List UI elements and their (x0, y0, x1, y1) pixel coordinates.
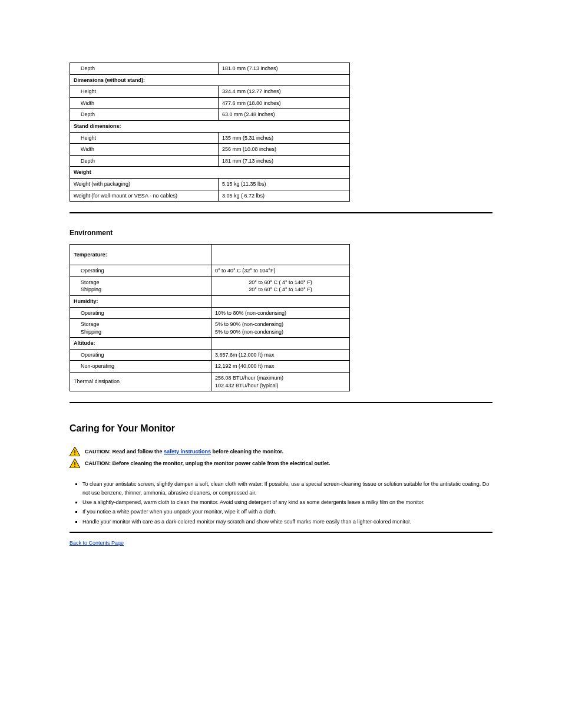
row-header: Weight (70, 167, 350, 179)
caution-icon: ! (70, 447, 80, 456)
cell-label: Depth (70, 155, 219, 167)
cell-value: 63.0 mm (2.48 inches) (219, 109, 350, 121)
table-row: Operating0° to 40° C (32° to 104°F) (70, 265, 350, 277)
cell-value: 477.6 mm (18.80 inches) (219, 97, 350, 109)
cell-value: 5.15 kg (11.35 lbs) (219, 178, 350, 190)
table-row: Temperature: (70, 245, 350, 265)
cell-label: Humidity: (70, 295, 211, 307)
safety-instructions-link[interactable]: safety instructions (164, 449, 211, 454)
cell-value (211, 338, 350, 350)
cell-label: Depth (70, 109, 219, 121)
table-row: Storage Shipping5% to 90% (non-condensin… (70, 319, 350, 338)
cell-value: 12,192 m (40,000 ft) max (211, 361, 350, 373)
section-heading-environment: Environment (70, 229, 492, 237)
text: before cleaning the monitor. (211, 449, 283, 454)
cell-value: 10% to 80% (non-condensing) (211, 307, 350, 319)
cell-value: 324.4 mm (12.77 inches) (219, 86, 350, 98)
cell-value: 135 mm (5.31 inches) (219, 132, 350, 144)
cell-value: 181.0 mm (7.13 inches) (219, 63, 350, 75)
cell-value: 256 mm (10.08 inches) (219, 144, 350, 156)
cell-label: Width (70, 144, 219, 156)
table-row: Depth181 mm (7.13 inches) (70, 155, 350, 167)
cell-value (211, 295, 350, 307)
list-item: Use a slightly-dampened, warm cloth to c… (70, 498, 492, 506)
care-instructions-list: To clean your antistatic screen, slightl… (70, 480, 492, 526)
cell-label: Depth (70, 63, 219, 75)
cell-value (211, 245, 350, 265)
cell-label: Temperature: (70, 245, 211, 265)
table-row: Operating3,657.6m (12,000 ft) max (70, 349, 350, 361)
divider (70, 402, 492, 403)
caution-icon: ! (70, 459, 80, 468)
table-row: Weight (for wall-mount or VESA - no cabl… (70, 190, 350, 202)
divider (70, 212, 492, 213)
cell-label: Operating (70, 265, 211, 277)
caution-text: CAUTION: Before cleaning the monitor, un… (85, 459, 492, 466)
caution-row: ! CAUTION: Before cleaning the monitor, … (70, 459, 492, 468)
cell-label: Thermal dissipation (70, 373, 211, 391)
table-row: Weight (with packaging)5.15 kg (11.35 lb… (70, 178, 350, 190)
cell-label: Operating (70, 349, 211, 361)
cell-value: 5% to 90% (non-condensing) 5% to 90% (no… (211, 319, 350, 338)
cell-label: Weight (for wall-mount or VESA - no cabl… (70, 190, 219, 202)
table-row: Height324.4 mm (12.77 inches) (70, 86, 350, 98)
cell-label: Altitude: (70, 338, 211, 350)
table-row: Non-operating12,192 m (40,000 ft) max (70, 361, 350, 373)
cell-value: 181 mm (7.13 inches) (219, 155, 350, 167)
list-item: To clean your antistatic screen, slightl… (70, 480, 492, 497)
text: CAUTION: Read and follow the (85, 449, 164, 454)
row-header: Dimensions (without stand): (70, 74, 350, 86)
cell-value: 20° to 60° C ( 4° to 140° F) 20° to 60° … (211, 276, 350, 295)
physical-dimensions-table: Depth181.0 mm (7.13 inches) Dimensions (… (70, 62, 350, 202)
cell-label: Weight (with packaging) (70, 178, 219, 190)
svg-text:!: ! (74, 449, 76, 456)
table-row: Weight (70, 167, 350, 179)
table-row: Storage Shipping20° to 60° C ( 4° to 140… (70, 276, 350, 295)
table-row: Height135 mm (5.31 inches) (70, 132, 350, 144)
cell-label: Non-operating (70, 361, 211, 373)
table-row: Depth181.0 mm (7.13 inches) (70, 63, 350, 75)
list-item: If you notice a white powder when you un… (70, 508, 492, 516)
table-row: Thermal dissipation256.08 BTU/hour (maxi… (70, 373, 350, 391)
table-row: Humidity: (70, 295, 350, 307)
cell-value: 256.08 BTU/hour (maximum) 102.432 BTU/ho… (211, 373, 350, 391)
svg-text:!: ! (74, 461, 76, 468)
row-header: Stand dimensions: (70, 120, 350, 132)
table-row: Depth63.0 mm (2.48 inches) (70, 109, 350, 121)
divider (70, 532, 492, 533)
table-row: Stand dimensions: (70, 120, 350, 132)
cell-label: Operating (70, 307, 211, 319)
cell-value: 0° to 40° C (32° to 104°F) (211, 265, 350, 277)
table-row: Width477.6 mm (18.80 inches) (70, 97, 350, 109)
table-row: Altitude: (70, 338, 350, 350)
cell-value: 3,657.6m (12,000 ft) max (211, 349, 350, 361)
caution-text: CAUTION: Read and follow the safety inst… (85, 447, 492, 454)
cell-label: Height (70, 86, 219, 98)
section-heading-caring: Caring for Your Monitor (70, 423, 492, 434)
environment-table: Temperature: Operating0° to 40° C (32° t… (70, 244, 350, 391)
caution-row: ! CAUTION: Read and follow the safety in… (70, 447, 492, 456)
table-row: Dimensions (without stand): (70, 74, 350, 86)
table-row: Width256 mm (10.08 inches) (70, 144, 350, 156)
cell-label: Height (70, 132, 219, 144)
cell-label: Storage Shipping (70, 276, 211, 295)
cell-label: Storage Shipping (70, 319, 211, 338)
cell-label: Width (70, 97, 219, 109)
list-item: Handle your monitor with care as a dark-… (70, 518, 492, 526)
back-to-contents-link[interactable]: Back to Contents Page (70, 540, 124, 546)
cell-value: 3.05 kg ( 6.72 lbs) (219, 190, 350, 202)
table-row: Operating10% to 80% (non-condensing) (70, 307, 350, 319)
